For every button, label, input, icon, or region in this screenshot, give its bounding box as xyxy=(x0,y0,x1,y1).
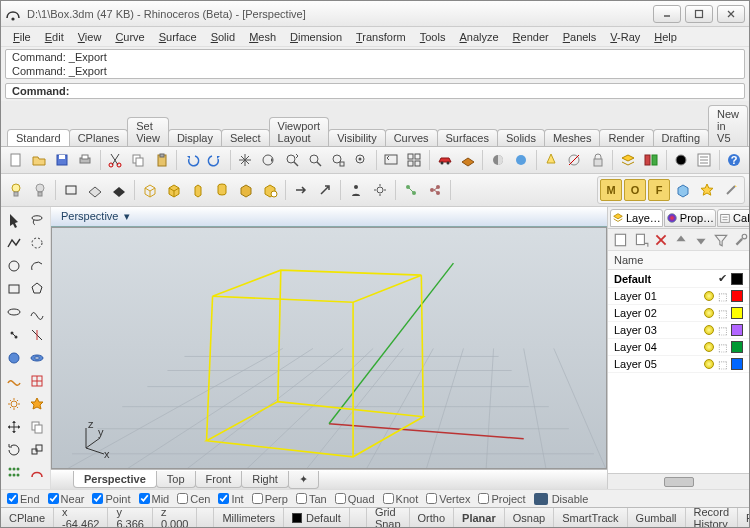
point-edit-icon[interactable] xyxy=(3,324,25,346)
hide-icon[interactable] xyxy=(564,149,585,171)
gear-icon[interactable] xyxy=(3,393,25,415)
osnap-project[interactable]: Project xyxy=(478,493,525,505)
redo-icon[interactable] xyxy=(204,149,225,171)
open-icon[interactable] xyxy=(28,149,49,171)
arrow-e-icon[interactable] xyxy=(290,179,312,201)
bulb-icon[interactable] xyxy=(704,325,714,335)
m-icon[interactable]: M xyxy=(600,179,622,201)
zoom-selected-icon[interactable] xyxy=(350,149,371,171)
minimize-button[interactable] xyxy=(653,5,681,23)
lock-icon[interactable]: ⬚ xyxy=(718,291,727,302)
status-x[interactable]: x -64.462 xyxy=(54,508,108,527)
osnap-check[interactable] xyxy=(335,493,346,504)
panel-tab-0[interactable]: Laye… xyxy=(610,209,663,227)
close-button[interactable] xyxy=(717,5,745,23)
viewport[interactable]: z x y xyxy=(51,227,607,469)
layer-row[interactable]: Layer 01⬚ xyxy=(608,288,749,305)
menu-solid[interactable]: Solid xyxy=(205,31,241,43)
viewport-tab-top[interactable]: Top xyxy=(156,471,196,488)
car-icon[interactable] xyxy=(434,149,455,171)
cylinder-icon[interactable] xyxy=(211,179,233,201)
lasso-icon[interactable] xyxy=(26,209,48,231)
color-swatch[interactable] xyxy=(731,358,743,370)
panel-tab-1[interactable]: Prop… xyxy=(664,209,716,227)
status-gumball[interactable]: Gumball xyxy=(628,508,686,527)
layer-row[interactable]: Layer 03⬚ xyxy=(608,322,749,339)
bend-icon[interactable] xyxy=(26,462,48,484)
print-icon[interactable] xyxy=(75,149,96,171)
tab-meshes[interactable]: Meshes xyxy=(544,129,601,146)
box-icon[interactable] xyxy=(163,179,185,201)
zoom-extents-icon[interactable] xyxy=(327,149,348,171)
viewport-tab-add[interactable]: ✦ xyxy=(288,471,319,489)
plane-icon[interactable] xyxy=(84,179,106,201)
pan-icon[interactable] xyxy=(235,149,256,171)
zoom-window-icon[interactable] xyxy=(304,149,325,171)
loft-icon[interactable] xyxy=(3,370,25,392)
menu-help[interactable]: Help xyxy=(648,31,683,43)
menu-curve[interactable]: Curve xyxy=(109,31,150,43)
spotlight-icon[interactable] xyxy=(541,149,562,171)
tab-new-in-v5[interactable]: New in V5 xyxy=(708,105,748,146)
menu-file[interactable]: File xyxy=(7,31,37,43)
new-layer-icon[interactable] xyxy=(612,231,630,249)
tab-set-view[interactable]: Set View xyxy=(127,117,169,146)
layer-state-icon[interactable] xyxy=(640,149,661,171)
paste-icon[interactable] xyxy=(151,149,172,171)
mesh-icon[interactable] xyxy=(26,370,48,392)
cube3d-icon[interactable] xyxy=(672,179,694,201)
lock-icon[interactable]: ⬚ xyxy=(718,325,727,336)
gear-small-icon[interactable] xyxy=(369,179,391,201)
osnap-check[interactable] xyxy=(92,493,103,504)
move-icon[interactable] xyxy=(3,416,25,438)
viewport-title[interactable]: Perspective ▾ xyxy=(51,208,140,225)
status-z[interactable]: z 0.000 xyxy=(153,508,198,527)
f-icon[interactable]: F xyxy=(648,179,670,201)
layer-header[interactable]: Name xyxy=(608,251,749,270)
new-sublayer-icon[interactable] xyxy=(632,231,650,249)
status-planar[interactable]: Planar xyxy=(454,508,505,527)
osnap-check[interactable] xyxy=(296,493,307,504)
cplane-icon[interactable] xyxy=(457,149,478,171)
lock-icon[interactable]: ⬚ xyxy=(718,359,727,370)
rect-icon[interactable] xyxy=(3,278,25,300)
menu-v-ray[interactable]: V-Ray xyxy=(604,31,646,43)
osnap-check[interactable] xyxy=(7,493,18,504)
detail-icon[interactable] xyxy=(259,179,281,201)
menu-transform[interactable]: Transform xyxy=(350,31,412,43)
tools-icon[interactable] xyxy=(732,231,749,249)
shade-icon[interactable] xyxy=(487,149,508,171)
osnap-check[interactable] xyxy=(252,493,263,504)
tab-viewport-layout[interactable]: Viewport Layout xyxy=(269,117,330,146)
up-icon[interactable] xyxy=(672,231,690,249)
osnap-check[interactable] xyxy=(48,493,59,504)
osnap-vertex[interactable]: Vertex xyxy=(426,493,470,505)
tab-curves[interactable]: Curves xyxy=(385,129,438,146)
layer-row[interactable]: Layer 05⬚ xyxy=(608,356,749,373)
osnap-check[interactable] xyxy=(139,493,150,504)
tab-surfaces[interactable]: Surfaces xyxy=(437,129,498,146)
zoom-dynamic-icon[interactable] xyxy=(281,149,302,171)
trim-icon[interactable] xyxy=(26,324,48,346)
osnap-mid[interactable]: Mid xyxy=(139,493,170,505)
osnap-check[interactable] xyxy=(218,493,229,504)
color-swatch[interactable] xyxy=(731,307,743,319)
status-cplane[interactable]: CPlane xyxy=(1,508,54,527)
ellipse-icon[interactable] xyxy=(3,301,25,323)
explode-icon[interactable] xyxy=(26,393,48,415)
viewport-tab-front[interactable]: Front xyxy=(195,471,243,488)
box-tall-icon[interactable] xyxy=(187,179,209,201)
tab-standard[interactable]: Standard xyxy=(7,129,70,146)
osnap-point[interactable]: Point xyxy=(92,493,130,505)
lock-icon[interactable] xyxy=(587,149,608,171)
arc-icon[interactable] xyxy=(26,255,48,277)
osnap-tan[interactable]: Tan xyxy=(296,493,327,505)
status-filter[interactable]: Filter xyxy=(738,508,750,527)
curve-icon[interactable] xyxy=(26,301,48,323)
osnap-knot[interactable]: Knot xyxy=(383,493,419,505)
color-swatch[interactable] xyxy=(731,273,743,285)
osnap-end[interactable]: End xyxy=(7,493,40,505)
color-swatch[interactable] xyxy=(731,290,743,302)
layer-row[interactable]: Layer 02⬚ xyxy=(608,305,749,322)
tab-render[interactable]: Render xyxy=(599,129,653,146)
